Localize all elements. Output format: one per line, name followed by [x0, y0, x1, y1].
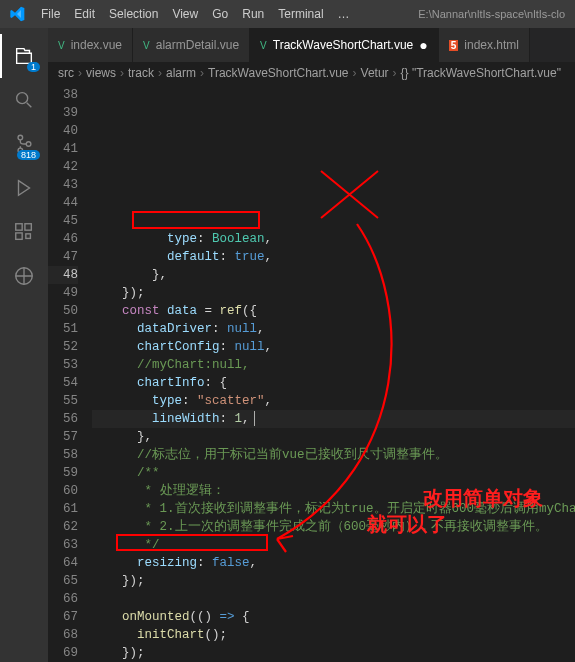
svg-point-1	[18, 135, 23, 140]
code-line[interactable]: * 2.上一次的调整事件完成之前（600毫秒内），不再接收调整事件。	[92, 518, 575, 536]
tab-bar: Vindex.vueValarmDetail.vueVTrackWaveShor…	[48, 28, 575, 62]
code-lines[interactable]: 改用简单对象就可以了 type: Boolean, default: true,…	[92, 84, 575, 662]
menu-item-go[interactable]: Go	[205, 7, 235, 21]
breadcrumb-item[interactable]: views	[86, 66, 116, 80]
source-control-icon[interactable]: 818	[0, 122, 48, 166]
line-number: 59	[48, 464, 78, 482]
code-line[interactable]: * 处理逻辑：	[92, 482, 575, 500]
remote-icon[interactable]	[0, 254, 48, 298]
text-cursor	[254, 411, 255, 426]
svg-point-3	[26, 142, 31, 147]
vue-file-icon: V	[143, 40, 150, 51]
tab-index-vue[interactable]: Vindex.vue	[48, 28, 133, 62]
title-bar: FileEditSelectionViewGoRunTerminal… E:\N…	[0, 0, 575, 28]
dirty-indicator-icon: ●	[419, 38, 427, 52]
code-line[interactable]: */	[92, 536, 575, 554]
line-number: 55	[48, 392, 78, 410]
search-icon[interactable]	[0, 78, 48, 122]
code-line[interactable]: /**	[92, 464, 575, 482]
tab-label: index.vue	[71, 38, 122, 52]
chevron-right-icon: ›	[120, 66, 124, 80]
code-line[interactable]: });	[92, 644, 575, 662]
line-number: 53	[48, 356, 78, 374]
code-line[interactable]: });	[92, 284, 575, 302]
breadcrumb-item[interactable]: Vetur	[361, 66, 389, 80]
menu-item-view[interactable]: View	[165, 7, 205, 21]
code-line[interactable]: //myChart:null,	[92, 356, 575, 374]
code-line[interactable]: },	[92, 428, 575, 446]
line-number: 39	[48, 104, 78, 122]
line-number: 61	[48, 500, 78, 518]
line-number: 40	[48, 122, 78, 140]
code-line[interactable]: onMounted(() => {	[92, 608, 575, 626]
menu-item-…[interactable]: …	[331, 7, 357, 21]
line-number: 69	[48, 644, 78, 662]
breadcrumb-item[interactable]: alarm	[166, 66, 196, 80]
code-line[interactable]: resizing: false,	[92, 554, 575, 572]
code-line[interactable]: type: "scatter",	[92, 392, 575, 410]
svg-rect-5	[25, 224, 31, 230]
scm-badge: 818	[17, 150, 40, 160]
line-number: 58	[48, 446, 78, 464]
code-line[interactable]: lineWidth: 1,	[92, 410, 575, 428]
editor-area: Vindex.vueValarmDetail.vueVTrackWaveShor…	[48, 28, 575, 662]
tab-index-html[interactable]: 5index.html	[439, 28, 530, 62]
menu-item-run[interactable]: Run	[235, 7, 271, 21]
menu-item-file[interactable]: File	[34, 7, 67, 21]
menu-item-selection[interactable]: Selection	[102, 7, 165, 21]
tab-label: alarmDetail.vue	[156, 38, 239, 52]
code-line[interactable]: * 1.首次接收到调整事件，标记为true。开启定时器600毫秒后调用myCha…	[92, 500, 575, 518]
chevron-right-icon: ›	[200, 66, 204, 80]
window-title: E:\Nannar\nltIs-space\nltIs-clo	[418, 8, 575, 20]
breadcrumb-item[interactable]: {} "TrackWaveShortChart.vue"	[401, 66, 561, 80]
breadcrumb-item[interactable]: TrackWaveShortChart.vue	[208, 66, 349, 80]
line-number: 64	[48, 554, 78, 572]
line-number: 56	[48, 410, 78, 428]
svg-point-0	[17, 93, 28, 104]
code-line[interactable]: default: true,	[92, 248, 575, 266]
line-number: 65	[48, 572, 78, 590]
code-line[interactable]	[92, 590, 575, 608]
code-line[interactable]: chartConfig: null,	[92, 338, 575, 356]
vscode-logo	[0, 6, 34, 22]
vue-file-icon: V	[260, 40, 267, 51]
code-editor[interactable]: 3839404142434445464748495051525354555657…	[48, 84, 575, 662]
code-line[interactable]: initChart();	[92, 626, 575, 644]
line-number: 38	[48, 86, 78, 104]
run-debug-icon[interactable]	[0, 166, 48, 210]
explorer-icon[interactable]: 1	[0, 34, 48, 78]
svg-rect-7	[26, 234, 31, 239]
code-line[interactable]: const data = ref({	[92, 302, 575, 320]
chevron-right-icon: ›	[158, 66, 162, 80]
code-line[interactable]: type: Boolean,	[92, 230, 575, 248]
line-number: 52	[48, 338, 78, 356]
breadcrumb[interactable]: src›views›track›alarm›TrackWaveShortChar…	[48, 62, 575, 84]
chevron-right-icon: ›	[353, 66, 357, 80]
extensions-icon[interactable]	[0, 210, 48, 254]
line-number: 45	[48, 212, 78, 230]
line-number: 63	[48, 536, 78, 554]
code-line[interactable]: chartInfo: {	[92, 374, 575, 392]
breadcrumb-item[interactable]: src	[58, 66, 74, 80]
line-number: 68	[48, 626, 78, 644]
line-number: 50	[48, 302, 78, 320]
menu-item-edit[interactable]: Edit	[67, 7, 102, 21]
line-number: 42	[48, 158, 78, 176]
code-line[interactable]: //标志位，用于标记当前vue已接收到尺寸调整事件。	[92, 446, 575, 464]
menu-item-terminal[interactable]: Terminal	[271, 7, 330, 21]
tab-alarmdetail-vue[interactable]: ValarmDetail.vue	[133, 28, 250, 62]
line-number: 57	[48, 428, 78, 446]
breadcrumb-item[interactable]: track	[128, 66, 154, 80]
line-number: 60	[48, 482, 78, 500]
explorer-badge: 1	[27, 62, 40, 72]
line-number: 41	[48, 140, 78, 158]
tab-trackwaveshortchart-vue[interactable]: VTrackWaveShortChart.vue●	[250, 28, 439, 62]
code-line[interactable]: },	[92, 266, 575, 284]
annotation-box-1	[132, 211, 260, 229]
menu-bar: FileEditSelectionViewGoRunTerminal…	[34, 7, 357, 21]
line-number: 48	[48, 266, 78, 284]
code-line[interactable]: });	[92, 572, 575, 590]
annotation-x-mark	[316, 166, 386, 226]
line-number: 62	[48, 518, 78, 536]
code-line[interactable]: dataDriver: null,	[92, 320, 575, 338]
